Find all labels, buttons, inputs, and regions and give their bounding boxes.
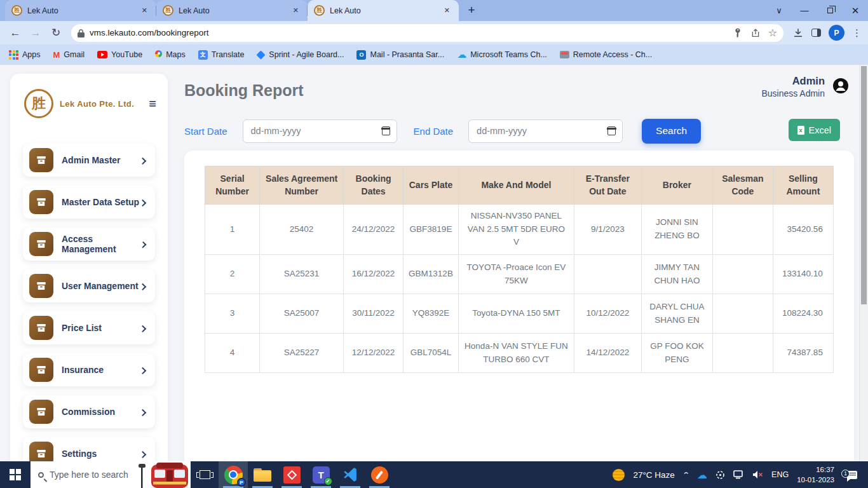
volume-muted-icon[interactable] [752,470,763,479]
column-header: Broker [641,166,712,205]
bookmark-item[interactable]: OMail - Prasanta Sar... [356,50,444,60]
table-cell: GBF3819E [403,204,459,255]
column-header: Sales Agreement Number [260,166,344,205]
bookmark-item[interactable]: Sprint - Agile Board... [257,50,344,59]
table-cell: 108224.30 [773,294,833,334]
start-button[interactable] [0,461,31,488]
network-icon[interactable] [733,470,744,479]
table-cell: YQ8392E [403,294,459,334]
browser-menu-icon[interactable]: ⋮ [852,27,862,39]
taskbar-app-teams[interactable]: T✓ [306,461,336,488]
sidebar-item-master-data-setup[interactable]: Master Data Setup [23,186,155,219]
file-explorer-icon [254,468,271,482]
address-bar[interactable]: vms.lekauto.com/bookingreport ☆ [71,24,783,42]
task-view-button[interactable] [191,461,219,488]
bookmark-label: YouTube [111,50,142,59]
tab-close-icon[interactable]: ✕ [290,5,301,16]
archive-box-icon [36,448,47,459]
new-tab-button[interactable]: + [463,1,480,19]
action-center-button[interactable]: 1 [843,471,862,479]
task-view-icon [200,470,210,479]
browser-tab[interactable]: 胜 Lek Auto ✕ [156,0,308,21]
side-panel-icon[interactable] [811,29,821,37]
search-button[interactable]: Search [642,119,701,144]
anydesk-icon [283,466,301,484]
windows-logo-icon [10,469,21,480]
page-title: Booking Report [184,81,304,100]
bookmark-item[interactable]: ☁Microsoft Teams Ch... [457,49,547,60]
teams-cloud-icon: ☁ [457,49,466,60]
scrollbar-thumb[interactable] [861,66,867,304]
restore-button[interactable] [817,0,843,21]
table-cell: SA25227 [260,334,344,373]
tab-close-icon[interactable]: ✕ [442,5,452,16]
sidebar-menu: Admin Master Master Data Setup Access Ma… [10,144,168,470]
table-cell: 30/11/2022 [344,294,403,334]
taskbar-app-orange-pen[interactable] [365,461,394,488]
bookmark-item[interactable]: YouTube [97,50,142,59]
taskbar-app-anydesk[interactable] [277,461,306,488]
bookmark-item[interactable]: Apps [9,50,41,60]
chevron-right-icon [139,200,146,207]
sidebar-item-user-management[interactable]: User Management [23,269,155,302]
download-icon[interactable] [792,27,804,39]
bookmark-item[interactable]: Maps [155,50,186,60]
page-scrollbar[interactable] [859,65,868,461]
taskbar-app-file-explorer[interactable] [248,461,277,488]
taskbar-app-chrome[interactable]: P [219,461,248,488]
calendar-icon[interactable] [607,126,616,135]
taskbar-clock[interactable]: 16:37 10-01-2023 [797,464,834,485]
taskbar-app-vscode[interactable] [336,461,365,488]
end-date-input[interactable] [468,119,623,143]
brand-name: Lek Auto Pte. Ltd. [60,99,134,109]
lek-auto-favicon: 胜 [163,5,173,16]
onedrive-icon[interactable]: ☁ [697,469,707,481]
main-content: Booking Report Admin Business Admin Star… [184,65,854,461]
user-block: Admin Business Admin [761,75,825,98]
browser-tab[interactable]: 胜 Lek Auto ✕ [308,0,459,21]
excel-export-button[interactable]: x Excel [789,119,840,141]
column-header: Salesman Code [712,166,773,205]
bookmark-item[interactable]: Remote Access - Ch... [560,50,652,59]
sidebar-item-insurance[interactable]: Insurance [23,353,155,386]
minimize-button[interactable]: — [792,0,817,21]
table-header-row: Serial NumberSales Agreement NumberBooki… [205,166,834,205]
bookmark-item[interactable]: 文Translate [198,50,245,60]
sidebar-item-commission[interactable]: Commission [23,395,155,428]
close-button[interactable]: ✕ [843,0,868,21]
start-date-input[interactable] [243,119,397,143]
browser-tab[interactable]: 胜 Lek Auto ✕ [5,0,156,21]
profile-avatar[interactable]: P [829,25,844,41]
bookmark-star-icon[interactable]: ☆ [768,27,777,39]
sidebar-item-access-management[interactable]: Access Management [23,227,155,261]
maps-pin-icon [155,50,162,60]
tab-title: Lek Auto [330,6,437,15]
archive-box-icon [36,280,47,292]
password-key-icon[interactable] [733,28,743,38]
taskbar-search-input[interactable] [50,470,139,480]
share-icon[interactable] [750,28,761,38]
calendar-icon[interactable] [382,126,390,135]
hamburger-menu-icon[interactable]: ≡ [149,97,156,110]
sidebar-item-price-list[interactable]: Price List [23,311,155,344]
weather-haze-icon[interactable] [613,469,625,481]
tab-search-chevron-icon[interactable]: ∨ [766,0,792,21]
reload-button[interactable]: ↻ [47,24,65,42]
end-date-label: End Date [414,126,454,137]
account-icon[interactable] [832,78,849,94]
archive-box-icon [36,238,47,250]
back-button[interactable]: ← [6,24,24,42]
forward-button[interactable]: → [27,24,44,42]
windows-taskbar: PT✓ 27°C Haze ⌃ ☁ ENG 16:37 10-01-2023 [0,461,868,488]
snip-tool-icon[interactable] [715,470,725,480]
tab-close-icon[interactable]: ✕ [139,5,150,16]
remote-access-icon [560,51,569,58]
tab-strip: 胜 Lek Auto ✕胜 Lek Auto ✕胜 Lek Auto ✕ [5,0,459,21]
sidebar-item-admin-master[interactable]: Admin Master [23,144,155,177]
url-text: vms.lekauto.com/bookingreport [90,28,728,37]
tray-expand-icon[interactable]: ⌃ [682,471,690,479]
chevron-right-icon [139,158,146,165]
bookmark-item[interactable]: MGmail [53,50,85,60]
language-indicator[interactable]: ENG [771,470,789,479]
taskbar-search[interactable] [31,461,191,488]
